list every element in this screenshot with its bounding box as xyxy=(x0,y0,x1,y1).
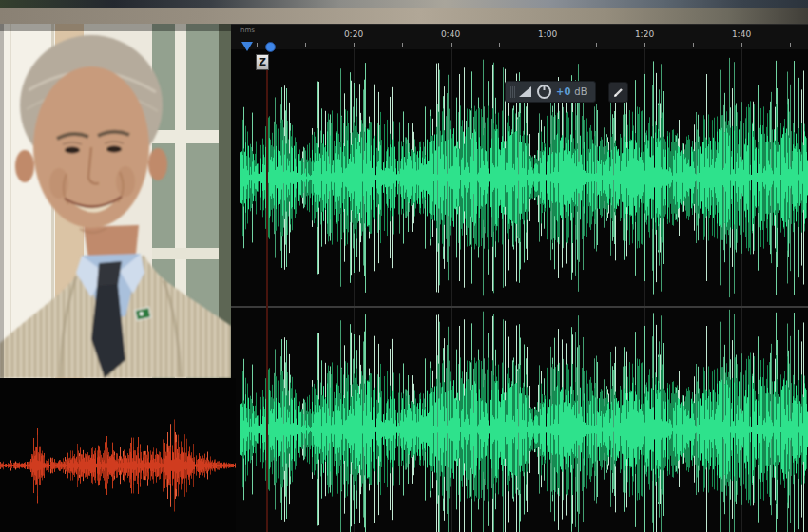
timeline-ruler[interactable]: hms 0:200:401:001:201:40 xyxy=(231,24,808,49)
tie xyxy=(97,261,122,286)
gain-toolbar[interactable]: +0 dB xyxy=(505,81,596,103)
timeline-unit-label: hms xyxy=(240,27,255,34)
toolbar-grip-icon xyxy=(510,86,515,98)
timeline-tick xyxy=(693,43,694,48)
knob-icon[interactable] xyxy=(536,84,552,100)
pip-photo xyxy=(0,24,231,378)
timeline-tick xyxy=(354,43,355,48)
audio-thumbnail xyxy=(0,378,236,532)
timeline-tick xyxy=(548,43,548,48)
audio-editor: hms 0:200:401:001:201:40 Z +0 dB xyxy=(231,24,808,532)
timeline-label: 1:40 xyxy=(732,29,751,39)
gain-ramp-icon[interactable] xyxy=(519,86,532,98)
video-frame: hms 0:200:401:001:201:40 Z +0 dB xyxy=(0,0,808,532)
timeline-tick xyxy=(402,43,403,48)
timeline-tick xyxy=(596,43,597,48)
gain-unit: dB xyxy=(574,86,587,97)
gain-value: +0 xyxy=(556,86,570,97)
timeline-label: 0:40 xyxy=(441,29,460,39)
timeline-tick xyxy=(305,43,306,48)
pen-tool-button[interactable] xyxy=(608,82,628,103)
timeline-tick xyxy=(257,43,258,48)
flag-pin xyxy=(135,307,151,320)
timeline-tick xyxy=(499,43,500,48)
envelope-tool-button[interactable]: Z xyxy=(256,54,269,70)
playback-start-marker-icon[interactable] xyxy=(241,42,253,51)
portrait-illustration xyxy=(0,24,231,378)
timeline-tick xyxy=(790,43,791,48)
timeline-label: 0:20 xyxy=(344,29,363,39)
timeline-tick xyxy=(451,43,452,48)
waveform-canvas[interactable] xyxy=(231,48,808,532)
timeline-tick xyxy=(644,43,645,48)
pen-icon xyxy=(613,86,625,98)
playhead-line[interactable] xyxy=(266,69,268,532)
timeline-label: 1:00 xyxy=(538,29,557,39)
timeline-label: 1:20 xyxy=(635,29,654,39)
loop-marker-icon[interactable] xyxy=(265,42,276,52)
timeline-tick xyxy=(741,43,742,48)
thumbnail-waveform-canvas xyxy=(0,378,236,532)
